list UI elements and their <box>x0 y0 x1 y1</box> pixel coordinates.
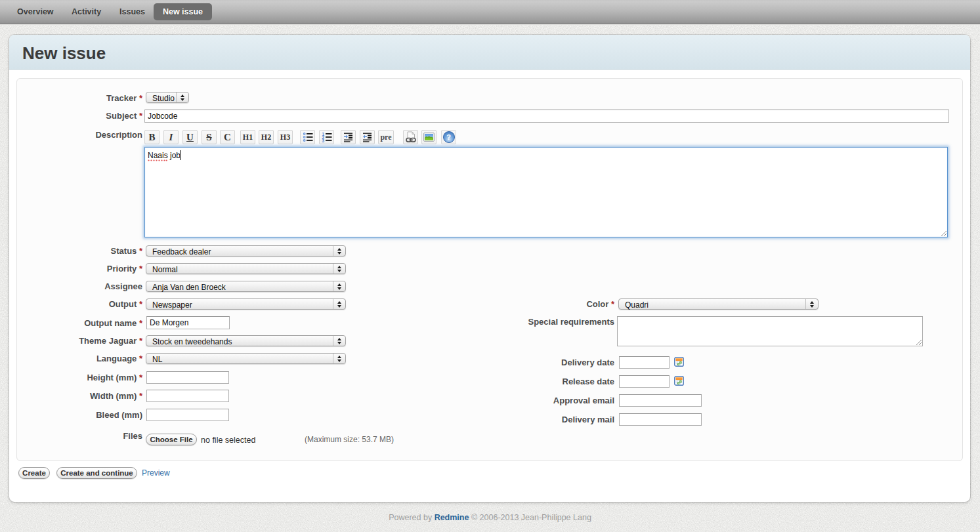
svg-text:3: 3 <box>322 138 324 142</box>
